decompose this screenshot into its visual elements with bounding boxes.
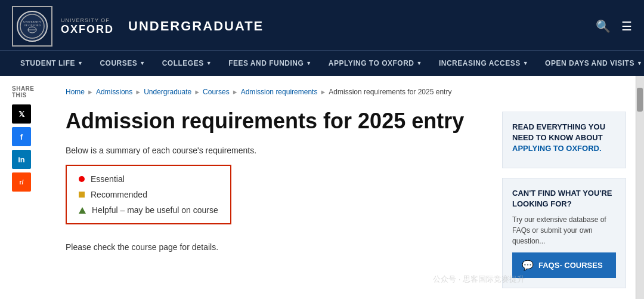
breadcrumb-undergraduate[interactable]: Undergraduate: [144, 88, 191, 96]
card1-text: READ EVERYTHING YOU NEED TO KNOW ABOUT: [512, 122, 605, 142]
applying-card: READ EVERYTHING YOU NEED TO KNOW ABOUT A…: [502, 112, 626, 168]
page-title-header: UNDERGRADUATE: [128, 19, 264, 34]
share-x-button[interactable]: 𝕏: [12, 104, 31, 124]
recommended-dot: [79, 192, 85, 198]
svg-text:UNIVERSITY: UNIVERSITY: [23, 20, 41, 23]
share-linkedin-button[interactable]: in: [12, 150, 31, 169]
breadcrumb: Home ► Admissions ► Undergraduate ► Cour…: [66, 88, 475, 96]
essential-dot: [79, 176, 85, 182]
chevron-down-icon: ▼: [637, 60, 642, 66]
university-label: UNIVERSITY OF: [61, 17, 114, 23]
svg-text:OF OXFORD: OF OXFORD: [24, 24, 41, 27]
nav-applying[interactable]: APPLYING TO OXFORD ▼: [320, 51, 431, 76]
applying-link[interactable]: APPLYING TO OXFORD.: [512, 144, 602, 153]
summary-text: Below is a summary of each course's requ…: [66, 146, 475, 155]
legend-helpful: Helpful – may be useful on course: [79, 205, 218, 215]
breadcrumb-courses[interactable]: Courses: [203, 88, 230, 96]
page-title: Admission requirements for 2025 entry: [66, 108, 475, 134]
nav-courses[interactable]: COURSES ▼: [91, 51, 153, 76]
chat-icon: 💬: [522, 260, 534, 271]
nav-fees[interactable]: FEES AND FUNDING ▼: [220, 51, 320, 76]
breadcrumb-home[interactable]: Home: [66, 88, 85, 96]
faq-card: CAN'T FIND WHAT YOU'RE LOOKING FOR? Try …: [502, 178, 626, 288]
breadcrumb-current: Admission requirements for 2025 entry: [329, 88, 451, 96]
helpful-triangle: [79, 207, 86, 214]
chevron-down-icon: ▼: [523, 60, 528, 66]
share-facebook-button[interactable]: f: [12, 127, 31, 146]
legend-box: Essential Recommended Helpful – may be u…: [66, 165, 231, 224]
legend-essential: Essential: [79, 174, 218, 184]
chevron-down-icon: ▼: [306, 60, 311, 66]
chevron-down-icon: ▼: [416, 60, 422, 66]
nav-access[interactable]: INCREASING ACCESS ▼: [431, 51, 537, 76]
check-course-text: Please check the course page for details…: [66, 242, 475, 252]
oxford-label: OXFORD: [61, 23, 114, 36]
menu-icon[interactable]: ☰: [621, 19, 632, 33]
legend-recommended: Recommended: [79, 190, 218, 199]
breadcrumb-admissions[interactable]: Admissions: [96, 88, 132, 96]
faq-courses-button[interactable]: 💬 FAQS- COURSES: [512, 252, 616, 278]
nav-student-life[interactable]: STUDENT LIFE ▼: [12, 51, 91, 76]
search-icon[interactable]: 🔍: [596, 19, 611, 33]
chevron-down-icon: ▼: [78, 60, 83, 66]
share-label: SHARE THIS: [12, 85, 48, 98]
chevron-down-icon: ▼: [140, 60, 145, 66]
nav-open-days[interactable]: OPEN DAYS AND VISITS ▼: [537, 51, 644, 76]
nav-colleges[interactable]: COLLEGES ▼: [154, 51, 220, 76]
chevron-down-icon: ▼: [206, 60, 212, 66]
share-reddit-button[interactable]: r/: [12, 172, 31, 192]
faq-card-text: Try our extensive database of FAQs or su…: [512, 214, 616, 246]
main-nav: STUDENT LIFE ▼ COURSES ▼ COLLEGES ▼ FEES…: [0, 50, 644, 76]
faq-card-title: CAN'T FIND WHAT YOU'RE LOOKING FOR?: [512, 188, 616, 209]
breadcrumb-admission-reqs[interactable]: Admission requirements: [241, 88, 318, 96]
